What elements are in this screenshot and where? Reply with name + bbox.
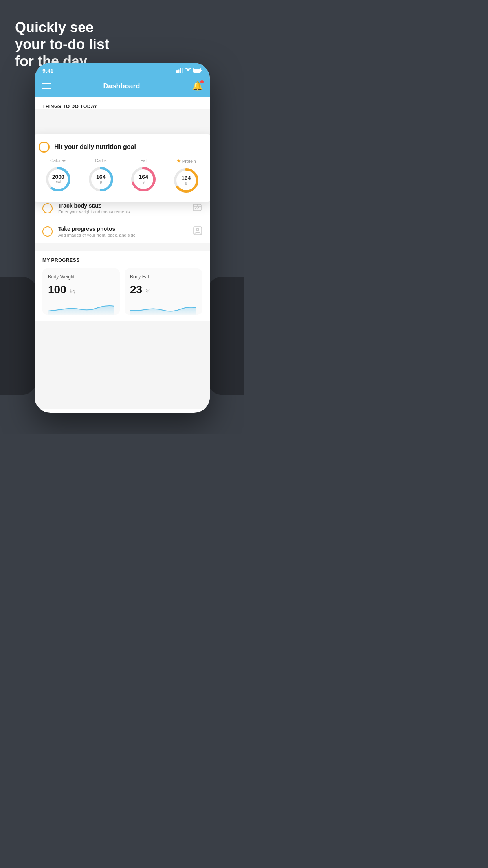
status-icons bbox=[176, 68, 202, 74]
body-fat-value-row: 23 % bbox=[130, 283, 196, 296]
body-weight-card-title: Body Weight bbox=[48, 274, 114, 280]
progress-section-title: MY PROGRESS bbox=[42, 257, 202, 263]
app-header: Dashboard 🔔 bbox=[35, 77, 210, 97]
headline-line2: your to-do list bbox=[15, 36, 109, 53]
svg-rect-3 bbox=[182, 68, 183, 73]
nutrition-card: Hit your daily nutrition goal Calories bbox=[35, 134, 210, 202]
todo-subtitle-photos: Add images of your front, back, and side bbox=[58, 233, 188, 237]
headline: Quickly see your to-do list for the day. bbox=[15, 19, 109, 70]
todo-title-body-stats: Track body stats bbox=[58, 202, 187, 209]
status-time: 9:41 bbox=[42, 68, 53, 74]
svg-point-20 bbox=[196, 228, 199, 231]
todo-subtitle-body-stats: Enter your weight and measurements bbox=[58, 210, 187, 214]
protein-unit: g bbox=[182, 182, 191, 186]
nutrition-stats: Calories 2000 cal bbox=[39, 158, 206, 195]
calories-value: 2000 bbox=[52, 174, 64, 180]
protein-stat: ★Protein 164 g bbox=[172, 158, 200, 195]
scale-icon bbox=[193, 203, 202, 214]
body-weight-card[interactable]: Body Weight 100 kg bbox=[42, 268, 120, 315]
body-weight-value: 100 bbox=[48, 283, 66, 296]
body-fat-card-title: Body Fat bbox=[130, 274, 196, 280]
menu-line-2 bbox=[42, 86, 51, 86]
status-bar: 9:41 bbox=[35, 63, 210, 77]
fat-value: 164 bbox=[139, 174, 148, 180]
nutrition-check-circle[interactable] bbox=[39, 142, 50, 153]
fat-stat: Fat 164 g bbox=[129, 158, 158, 195]
menu-button[interactable] bbox=[42, 83, 51, 89]
body-fat-sparkline bbox=[130, 299, 196, 315]
svg-rect-6 bbox=[201, 70, 202, 71]
todo-text-photos: Take progress photos Add images of your … bbox=[58, 226, 188, 237]
headline-line1: Quickly see bbox=[15, 19, 109, 36]
body-weight-unit: kg bbox=[70, 288, 75, 294]
calories-label: Calories bbox=[50, 158, 66, 163]
todo-title-photos: Take progress photos bbox=[58, 226, 188, 232]
phone-mockup: 9:41 bbox=[35, 63, 210, 413]
things-section-title: THINGS TO DO TODAY bbox=[42, 104, 202, 109]
body-fat-unit: % bbox=[146, 288, 150, 294]
svg-rect-5 bbox=[194, 69, 200, 72]
spacer bbox=[35, 243, 210, 251]
svg-rect-2 bbox=[180, 68, 181, 73]
calories-unit: cal bbox=[52, 180, 64, 184]
battery-icon bbox=[193, 68, 202, 74]
protein-star-icon: ★ bbox=[176, 158, 181, 164]
carbs-donut: 164 g bbox=[87, 165, 115, 193]
protein-label: ★Protein bbox=[176, 158, 196, 164]
carbs-value: 164 bbox=[96, 174, 105, 180]
body-weight-value-row: 100 kg bbox=[48, 283, 114, 296]
calories-donut: 2000 cal bbox=[44, 165, 72, 193]
fat-label: Fat bbox=[140, 158, 147, 163]
carbs-stat: Carbs 164 g bbox=[87, 158, 115, 195]
signal-icon bbox=[176, 68, 183, 74]
nutrition-card-header: Hit your daily nutrition goal bbox=[39, 142, 206, 153]
calories-stat: Calories 2000 cal bbox=[44, 158, 72, 195]
protein-donut: 164 g bbox=[172, 166, 200, 195]
fat-unit: g bbox=[139, 180, 148, 184]
body-weight-sparkline bbox=[48, 299, 114, 315]
notification-button[interactable]: 🔔 bbox=[192, 81, 203, 91]
nutrition-card-title: Hit your daily nutrition goal bbox=[54, 143, 136, 151]
carbs-label: Carbs bbox=[95, 158, 106, 163]
menu-line-3 bbox=[42, 88, 51, 89]
todo-circle-photos bbox=[42, 226, 53, 237]
progress-section: MY PROGRESS Body Weight 100 kg bbox=[35, 251, 210, 321]
carbs-unit: g bbox=[96, 180, 105, 184]
wifi-icon bbox=[185, 68, 191, 74]
body-fat-value: 23 bbox=[130, 283, 142, 296]
todo-item-photos[interactable]: Take progress photos Add images of your … bbox=[35, 220, 210, 243]
menu-line-1 bbox=[42, 83, 51, 84]
person-icon bbox=[193, 226, 202, 237]
phone-shadow-overlay bbox=[35, 385, 210, 409]
todo-text-body-stats: Track body stats Enter your weight and m… bbox=[58, 202, 187, 214]
things-section: THINGS TO DO TODAY bbox=[35, 97, 210, 109]
notification-dot bbox=[200, 80, 204, 83]
body-fat-card[interactable]: Body Fat 23 % bbox=[125, 268, 202, 315]
todo-circle-body-stats bbox=[42, 203, 53, 213]
svg-rect-1 bbox=[178, 70, 180, 73]
phone-content: THINGS TO DO TODAY Hit your daily nutrit… bbox=[35, 97, 210, 409]
header-title: Dashboard bbox=[103, 82, 140, 90]
fat-donut: 164 g bbox=[129, 165, 158, 193]
svg-rect-0 bbox=[176, 70, 178, 73]
progress-cards: Body Weight 100 kg bbox=[42, 268, 202, 315]
protein-value: 164 bbox=[182, 175, 191, 181]
